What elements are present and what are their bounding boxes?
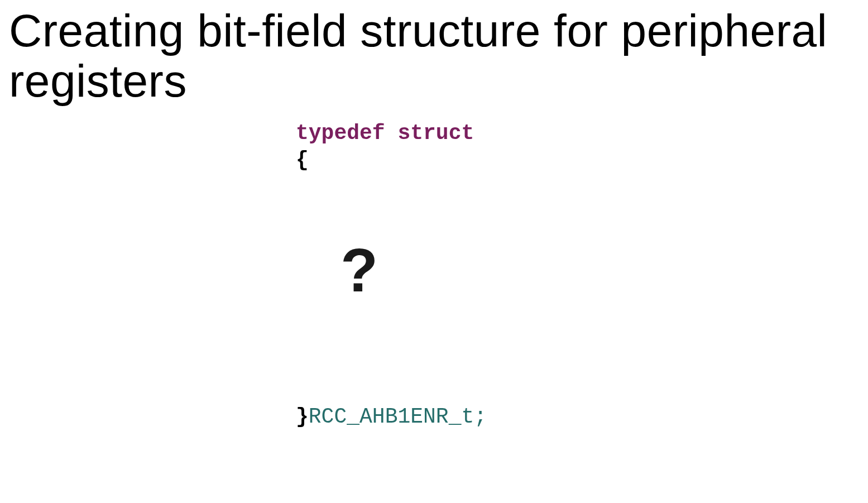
code-typedef-struct: typedef struct {	[296, 120, 474, 173]
slide: Creating bit-field structure for periphe…	[0, 0, 868, 503]
placeholder-question-mark: ?	[341, 234, 378, 305]
keyword-typedef: typedef	[296, 121, 385, 145]
type-name: RCC_AHB1ENR_t;	[309, 405, 487, 429]
slide-title: Creating bit-field structure for periphe…	[9, 6, 846, 106]
close-brace: }	[296, 405, 309, 429]
code-space	[385, 121, 398, 145]
keyword-struct: struct	[397, 121, 474, 145]
open-brace: {	[296, 148, 309, 172]
code-closing-line: }RCC_AHB1ENR_t;	[296, 405, 487, 429]
